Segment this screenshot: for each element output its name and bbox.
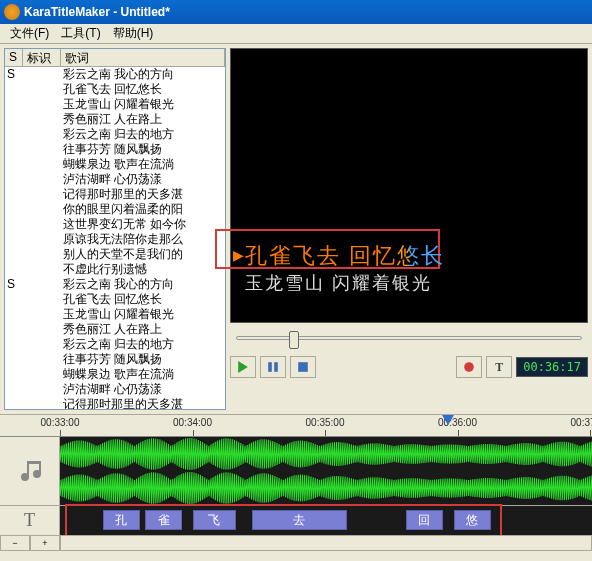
lyric-row[interactable]: 泸沽湖畔 心仍荡漾 [5,172,225,187]
time-ruler[interactable]: 00:33:0000:34:0000:35:0000:36:0000:37:00 [0,415,592,437]
ruler-label: 00:33:00 [41,417,80,428]
svg-marker-0 [238,361,248,373]
timeline: 00:33:0000:34:0000:35:0000:36:0000:37:00… [0,414,592,554]
video-preview: ▶ 孔雀飞去 回忆悠长 玉龙雪山 闪耀着银光 [230,48,588,323]
seek-slider[interactable] [236,336,582,340]
lyric-row[interactable]: 往事芬芳 随风飘扬 [5,352,225,367]
playback-controls: T 00:36:17 [230,353,588,381]
time-display: 00:36:17 [516,357,588,377]
zoom-in-button[interactable]: + [30,535,60,551]
window-title: KaraTitleMaker - Untitled* [24,5,170,19]
lyric-row[interactable]: 彩云之南 归去的地方 [5,127,225,142]
svg-rect-9 [27,461,41,464]
lyric-row[interactable]: S彩云之南 我心的方向 [5,277,225,292]
karaoke-line-1: 孔雀飞去 回忆悠长 [245,241,445,271]
waveform-area[interactable] [60,437,592,505]
svg-point-4 [464,362,474,372]
svg-rect-3 [298,362,308,372]
record-button[interactable] [456,356,482,378]
seek-slider-row [230,323,588,353]
col-mark[interactable]: 标识 [23,49,61,66]
char-block[interactable]: 飞 [193,510,236,530]
ruler-label: 00:35:00 [306,417,345,428]
lyric-row[interactable]: 不虚此行别遗憾 [5,262,225,277]
waveform-track-icon [0,437,60,505]
lyric-row[interactable]: 记得那时那里的天多湛 [5,397,225,409]
stop-button[interactable] [290,356,316,378]
partial-text: 悠 [397,243,421,268]
lyric-row[interactable]: 记得那时那里的天多湛 [5,187,225,202]
char-block[interactable]: 去 [252,510,348,530]
lyric-row[interactable]: 孔雀飞去 回忆悠长 [5,82,225,97]
lyric-row[interactable]: 蝴蝶泉边 歌声在流淌 [5,157,225,172]
col-s[interactable]: S [5,49,23,66]
playhead-cursor[interactable] [442,415,454,425]
lyric-row[interactable]: 你的眼里闪着温柔的阳 [5,202,225,217]
zoom-out-button[interactable]: − [0,535,30,551]
text-track-icon: T [0,506,60,535]
char-block[interactable]: 悠 [454,510,491,530]
lyrics-panel: S 标识 歌词 S彩云之南 我心的方向孔雀飞去 回忆悠长玉龙雪山 闪耀着银光秀色… [4,48,226,410]
ruler-label: 00:37:00 [571,417,592,428]
seek-thumb[interactable] [289,331,299,349]
char-block[interactable]: 孔 [103,510,140,530]
char-block[interactable]: 雀 [145,510,182,530]
pause-button[interactable] [260,356,286,378]
lyrics-header: S 标识 歌词 [5,49,225,67]
svg-rect-2 [274,362,278,372]
lyric-row[interactable]: S彩云之南 我心的方向 [5,67,225,82]
unsung-text: 长 [421,243,445,268]
lyric-row[interactable]: 孔雀飞去 回忆悠长 [5,292,225,307]
text-track[interactable]: 孔雀飞去回悠 [60,506,592,535]
menu-help[interactable]: 帮助(H) [107,25,160,42]
lyrics-list[interactable]: S彩云之南 我心的方向孔雀飞去 回忆悠长玉龙雪山 闪耀着银光秀色丽江 人在路上彩… [5,67,225,409]
lyric-row[interactable]: 蝴蝶泉边 歌声在流淌 [5,367,225,382]
lyric-row[interactable]: 玉龙雪山 闪耀着银光 [5,97,225,112]
svg-rect-1 [268,362,272,372]
lyric-row[interactable]: 别人的天堂不是我们的 [5,247,225,262]
svg-rect-7 [27,463,29,477]
h-scrollbar[interactable] [60,535,592,551]
text-button[interactable]: T [486,356,512,378]
col-lyric[interactable]: 歌词 [61,49,225,66]
play-button[interactable] [230,356,256,378]
char-block[interactable]: 回 [406,510,443,530]
preview-panel: ▶ 孔雀飞去 回忆悠长 玉龙雪山 闪耀着银光 T 00:36:17 [230,48,588,410]
menubar: 文件(F) 工具(T) 帮助(H) [0,24,592,44]
karaoke-line-2: 玉龙雪山 闪耀着银光 [245,271,432,295]
titlebar: KaraTitleMaker - Untitled* [0,0,592,24]
ruler-label: 00:34:00 [173,417,212,428]
lyric-row[interactable]: 泸沽湖畔 心仍荡漾 [5,382,225,397]
sung-text: 孔雀飞去 回忆 [245,243,397,268]
lyric-row[interactable]: 往事芬芳 随风飘扬 [5,142,225,157]
app-icon [4,4,20,20]
menu-tools[interactable]: 工具(T) [55,25,106,42]
lyric-row[interactable]: 玉龙雪山 闪耀着银光 [5,307,225,322]
lyric-row[interactable]: 秀色丽江 人在路上 [5,322,225,337]
lyric-row[interactable]: 这世界变幻无常 如今你 [5,217,225,232]
lyric-row[interactable]: 秀色丽江 人在路上 [5,112,225,127]
lyric-row[interactable]: 彩云之南 归去的地方 [5,337,225,352]
lyric-row[interactable]: 原谅我无法陪你走那么 [5,232,225,247]
menu-file[interactable]: 文件(F) [4,25,55,42]
